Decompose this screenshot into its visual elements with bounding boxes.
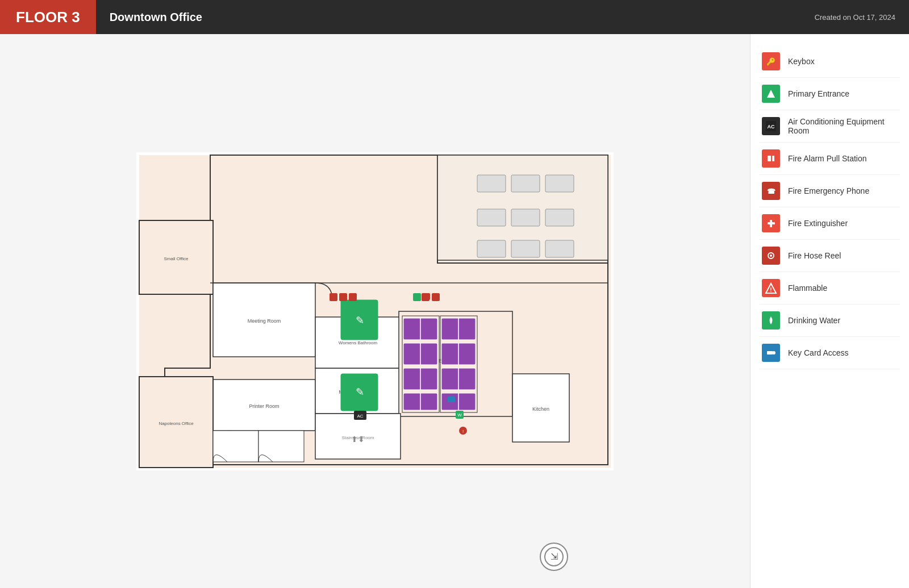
drinking-water-legend-label: Drinking Water [788, 316, 840, 325]
legend-item-fire-hose: Fire Hose Reel [760, 240, 900, 272]
svg-rect-45 [545, 209, 574, 226]
legend-item-flammable: !Flammable [760, 272, 900, 305]
legend-panel: 🔑KeyboxPrimary EntranceACAir Conditionin… [750, 34, 909, 588]
key-card-legend-label: Key Card Access [788, 348, 849, 357]
fire-alarm-legend-label: Fire Alarm Pull Station [788, 154, 867, 163]
svg-rect-87 [768, 156, 771, 161]
svg-rect-42 [545, 175, 574, 192]
svg-rect-40 [477, 175, 506, 192]
legend-item-fire-alarm: Fire Alarm Pull Station [760, 143, 900, 175]
svg-text:Napoleons Office: Napoleons Office [159, 421, 194, 426]
fire-hose-legend-icon [762, 247, 780, 265]
compass-indicator[interactable]: ⇲ [540, 543, 568, 571]
building-name: Downtown Office [110, 11, 202, 24]
svg-rect-59 [349, 293, 357, 301]
svg-text:AC: AC [357, 414, 363, 419]
app-header: FLOOR 3 Downtown Office Created on Oct 1… [0, 0, 909, 34]
svg-rect-44 [511, 209, 540, 226]
fire-extinguisher-legend-icon [762, 214, 780, 232]
legend-item-ac-room: ACAir Conditioning Equipment Room [760, 110, 900, 143]
flammable-legend-icon: ! [762, 279, 780, 297]
legend-item-fire-extinguisher: Fire Extinguisher [760, 207, 900, 240]
svg-text:⇲: ⇲ [551, 552, 558, 561]
svg-rect-61 [432, 293, 440, 301]
svg-text:Printer Room: Printer Room [249, 403, 279, 409]
svg-rect-75 [448, 397, 455, 402]
svg-rect-46 [477, 240, 506, 257]
svg-text:✎: ✎ [356, 315, 364, 326]
ac-room-legend-label: Air Conditioning Equipment Room [788, 117, 898, 135]
svg-rect-52 [258, 431, 304, 462]
primary-entrance-legend-label: Primary Entrance [788, 89, 849, 98]
svg-text:⬆⬇: ⬆⬇ [351, 435, 365, 444]
keybox-legend-label: Keybox [788, 57, 815, 66]
primary-entrance-legend-icon [762, 85, 780, 103]
fire-phone-legend-label: Fire Emergency Phone [788, 186, 869, 195]
svg-text:🔑: 🔑 [766, 57, 776, 66]
fire-alarm-legend-icon [762, 149, 780, 168]
svg-rect-57 [330, 293, 337, 301]
svg-text:Small Office: Small Office [164, 256, 189, 261]
floor-badge: FLOOR 3 [0, 0, 96, 34]
keybox-legend-icon: 🔑 [762, 52, 780, 70]
svg-text:Womens Bathroom: Womens Bathroom [339, 340, 378, 345]
fire-hose-legend-label: Fire Hose Reel [788, 251, 841, 260]
floorplan-area[interactable]: Meeting Room Printer Room Napoleons Offi… [0, 34, 750, 588]
floorplan-svg: Meeting Room Printer Room Napoleons Offi… [136, 152, 614, 470]
svg-text:AC: AC [768, 124, 775, 130]
svg-rect-58 [339, 293, 347, 301]
flammable-legend-label: Flammable [788, 283, 827, 293]
svg-rect-102 [767, 351, 773, 355]
svg-rect-88 [772, 156, 774, 161]
ac-room-legend-icon: AC [762, 117, 780, 135]
created-date: Created on Oct 17, 2024 [815, 13, 895, 22]
svg-rect-76 [347, 324, 353, 330]
drinking-water-legend-icon [762, 311, 780, 330]
svg-text:Kitchen: Kitchen [532, 406, 549, 412]
svg-text:☎: ☎ [767, 187, 775, 195]
svg-rect-47 [511, 240, 540, 257]
svg-text:✎: ✎ [356, 386, 364, 398]
svg-point-103 [772, 351, 775, 355]
legend-item-primary-entrance: Primary Entrance [760, 78, 900, 110]
svg-rect-51 [213, 431, 258, 462]
svg-rect-41 [511, 175, 540, 192]
legend-item-drinking-water: Drinking Water [760, 305, 900, 337]
legend-item-key-card: Key Card Access [760, 337, 900, 369]
svg-text:!: ! [770, 287, 772, 293]
svg-text:Meeting Room: Meeting Room [248, 318, 281, 324]
key-card-legend-icon [762, 344, 780, 362]
fire-extinguisher-legend-label: Fire Extinguisher [788, 219, 848, 228]
svg-rect-67 [423, 293, 430, 300]
fire-phone-legend-icon: ☎ [762, 182, 780, 200]
main-content: Meeting Room Printer Room Napoleons Offi… [0, 34, 909, 588]
svg-rect-93 [768, 222, 775, 224]
svg-rect-43 [477, 209, 506, 226]
legend-item-fire-phone: ☎Fire Emergency Phone [760, 175, 900, 207]
svg-point-96 [770, 255, 772, 257]
svg-text:W: W [457, 412, 462, 418]
svg-rect-48 [545, 240, 574, 257]
svg-rect-64 [413, 293, 421, 301]
svg-text:!: ! [462, 429, 464, 434]
legend-item-keybox: 🔑Keybox [760, 45, 900, 78]
